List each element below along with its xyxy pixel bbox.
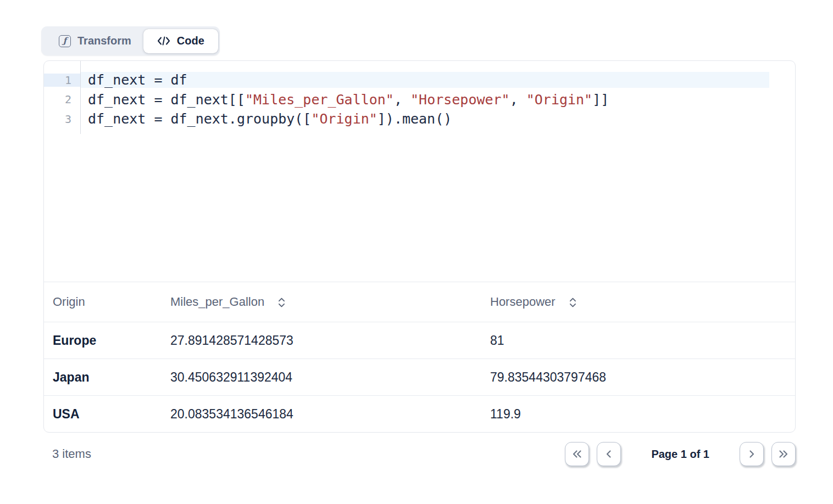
line-number: 2: [44, 93, 80, 106]
code-line-1: 1 df_next = df: [44, 70, 795, 90]
cell-horsepower: 79.83544303797468: [490, 370, 795, 385]
column-header-horsepower: Horsepower: [490, 295, 795, 309]
chevron-right-icon: [746, 449, 758, 460]
tab-transform[interactable]: ƒ Transform: [41, 35, 143, 47]
tab-code-label: Code: [177, 35, 204, 47]
next-page-button[interactable]: [740, 442, 764, 466]
column-header-origin: Origin: [44, 295, 170, 309]
code-editor[interactable]: 1 df_next = df 2 df_next = df_next[["Mil…: [44, 61, 795, 282]
code-token: ]]: [592, 92, 609, 108]
code-token: ,: [394, 92, 410, 108]
chevrons-left-icon: [571, 449, 583, 460]
code-icon: [157, 36, 170, 46]
last-page-button[interactable]: [771, 442, 796, 466]
cell-origin: Japan: [44, 370, 170, 385]
line-number: 3: [44, 113, 80, 126]
view-mode-tabbar: ƒ Transform Code: [41, 26, 220, 55]
previous-page-button[interactable]: [597, 442, 621, 466]
code-token: ]).mean(): [377, 111, 452, 127]
tab-code[interactable]: Code: [143, 29, 218, 53]
table-row: USA 20.083534136546184 119.9: [44, 396, 795, 433]
items-count: 3 items: [43, 447, 91, 461]
code-line-2: 2 df_next = df_next[["Miles_per_Gallon",…: [44, 90, 795, 110]
column-header-miles-per-gallon: Miles_per_Gallon: [170, 295, 490, 309]
cell-horsepower: 81: [490, 333, 795, 348]
tab-transform-label: Transform: [77, 35, 131, 47]
code-line-3: 3 df_next = df_next.groupby(["Origin"]).…: [44, 109, 795, 129]
function-icon: ƒ: [59, 35, 71, 47]
code-line-content[interactable]: df_next = df: [80, 72, 769, 88]
code-line-content[interactable]: df_next = df_next[["Miles_per_Gallon", "…: [80, 92, 795, 108]
code-token: ,: [510, 92, 526, 108]
sort-icon[interactable]: [569, 296, 577, 309]
code-token: df_next = df: [88, 72, 187, 88]
column-header-label: Miles_per_Gallon: [170, 295, 264, 309]
cell-miles-per-gallon: 20.083534136546184: [170, 407, 490, 422]
cell-miles-per-gallon: 30.450632911392404: [170, 370, 490, 385]
code-line-content[interactable]: df_next = df_next.groupby(["Origin"]).me…: [80, 111, 795, 127]
table-row: Europe 27.891428571428573 81: [44, 322, 795, 359]
pagination: Page 1 of 1: [565, 442, 796, 466]
column-header-label: Horsepower: [490, 295, 556, 309]
chevron-left-icon: [603, 449, 615, 460]
code-token: df_next = df_next[[: [88, 92, 245, 108]
chevrons-right-icon: [778, 449, 790, 460]
string-token: "Origin": [526, 92, 592, 108]
cell-horsepower: 119.9: [490, 407, 795, 422]
string-token: "Miles_per_Gallon": [245, 92, 394, 108]
page-indicator: Page 1 of 1: [651, 448, 709, 461]
table-row: Japan 30.450632911392404 79.835443037974…: [44, 359, 795, 396]
cell-origin: Europe: [44, 333, 170, 348]
transform-panel: 1 df_next = df 2 df_next = df_next[["Mil…: [43, 60, 796, 433]
cell-miles-per-gallon: 27.891428571428573: [170, 333, 490, 348]
code-token: df_next = df_next.groupby([: [88, 111, 311, 127]
cell-origin: USA: [44, 407, 170, 422]
string-token: "Horsepower": [410, 92, 510, 108]
page: { "tabs": { "transform": { "label": "Tra…: [0, 0, 833, 504]
line-number: 1: [44, 74, 80, 87]
string-token: "Origin": [311, 111, 377, 127]
gutter-divider: [80, 61, 81, 134]
sort-icon[interactable]: [277, 296, 286, 309]
table-header-row: Origin Miles_per_Gallon Horsepower: [44, 282, 795, 322]
first-page-button[interactable]: [565, 442, 589, 466]
table-footer: 3 items Page 1 of 1: [43, 440, 796, 468]
